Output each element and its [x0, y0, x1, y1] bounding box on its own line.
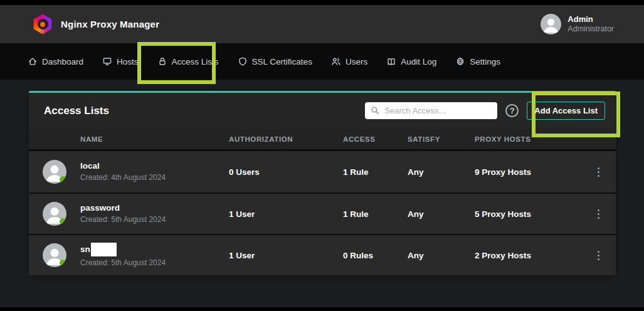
- user-name: Admin: [567, 14, 614, 24]
- proxy-hosts-value: 9 Proxy Hosts: [475, 167, 581, 177]
- nav-item-hosts[interactable]: Hosts: [102, 56, 139, 66]
- col-name: NAME: [80, 135, 229, 143]
- help-icon[interactable]: ?: [505, 104, 519, 117]
- panel-title: Access Lists: [44, 105, 109, 117]
- satisfy-value: Any: [408, 251, 475, 260]
- screen: Nginx Proxy Manager Admin Administrator …: [0, 0, 644, 311]
- user-avatar: [541, 14, 561, 34]
- col-satisfy: SATISFY: [408, 135, 475, 143]
- satisfy-value: Any: [408, 209, 475, 219]
- access-value: 1 Rule: [343, 209, 408, 219]
- user-menu[interactable]: Admin Administrator: [541, 14, 614, 34]
- row-avatar: [43, 160, 66, 184]
- nav-item-ssl-certificates[interactable]: SSL Certificates: [238, 56, 312, 66]
- brand: Nginx Proxy Manager: [33, 14, 159, 34]
- col-access: ACCESS: [343, 135, 408, 143]
- window-edge-bottom: [0, 307, 644, 311]
- table-row: password Created: 5th August 2024 1 User…: [29, 192, 616, 234]
- access-value: 0 Rules: [343, 251, 408, 260]
- authorization-value: 1 User: [229, 251, 343, 260]
- nav-item-users[interactable]: Users: [331, 56, 367, 66]
- access-list-name: password: [80, 203, 229, 213]
- authorization-value: 0 Users: [229, 167, 343, 177]
- shield-icon: [238, 56, 248, 66]
- access-value: 1 Rule: [343, 167, 408, 177]
- book-icon: [386, 56, 396, 66]
- row-menu-kebab-icon[interactable]: [595, 207, 602, 221]
- proxy-hosts-value: 2 Proxy Hosts: [475, 251, 581, 260]
- person-icon: [541, 14, 561, 34]
- row-avatar: [43, 243, 66, 267]
- nav-item-dashboard[interactable]: Dashboard: [28, 56, 83, 66]
- user-role: Administrator: [567, 24, 614, 34]
- nav-item-audit-log[interactable]: Audit Log: [386, 56, 436, 66]
- window-edge-top: [0, 0, 644, 5]
- col-authorization: AUTHORIZATION: [229, 135, 343, 143]
- home-icon: [28, 56, 38, 66]
- app-header: Nginx Proxy Manager Admin Administrator: [0, 5, 644, 43]
- lock-icon: [157, 56, 167, 66]
- nav-item-access-lists[interactable]: Access Lists: [157, 56, 219, 66]
- nav-item-settings[interactable]: Settings: [455, 56, 500, 66]
- redaction-box: [91, 243, 117, 256]
- row-menu-kebab-icon[interactable]: [595, 165, 602, 179]
- authorization-value: 1 User: [229, 209, 343, 219]
- table-row: local Created: 4th August 2024 0 Users 1…: [29, 151, 616, 192]
- main-nav: Dashboard Hosts Access Lists SSL Certifi…: [0, 43, 644, 80]
- created-date: Created: 5th August 2024: [80, 258, 229, 267]
- row-menu-kebab-icon[interactable]: [595, 248, 602, 263]
- users-icon: [331, 56, 341, 66]
- monitor-icon: [102, 56, 112, 66]
- status-dot: [60, 218, 66, 225]
- table-row: sn Created: 5th August 2024 1 User 0 Rul…: [29, 234, 616, 275]
- add-access-list-button[interactable]: Add Access List: [527, 102, 605, 120]
- col-proxy-hosts: PROXY HOSTS: [475, 135, 581, 143]
- app-title: Nginx Proxy Manager: [61, 19, 159, 29]
- search-box: [365, 102, 497, 119]
- created-date: Created: 5th August 2024: [80, 215, 229, 224]
- access-list-name: sn: [80, 245, 90, 255]
- search-icon: [371, 106, 379, 115]
- proxy-hosts-value: 5 Proxy Hosts: [475, 209, 581, 219]
- access-lists-panel: Access Lists ? Add Access List NAME AUTH…: [29, 91, 616, 275]
- created-date: Created: 4th August 2024: [80, 173, 229, 182]
- status-dot: [60, 176, 66, 183]
- access-list-name: local: [80, 161, 229, 171]
- npm-logo-icon: [33, 14, 53, 34]
- panel-header: Access Lists ? Add Access List: [29, 93, 616, 129]
- satisfy-value: Any: [408, 167, 475, 177]
- search-input[interactable]: [365, 102, 497, 119]
- status-dot: [60, 260, 66, 266]
- row-avatar: [43, 202, 66, 226]
- gear-icon: [455, 56, 465, 66]
- table-header: NAME AUTHORIZATION ACCESS SATISFY PROXY …: [29, 129, 616, 151]
